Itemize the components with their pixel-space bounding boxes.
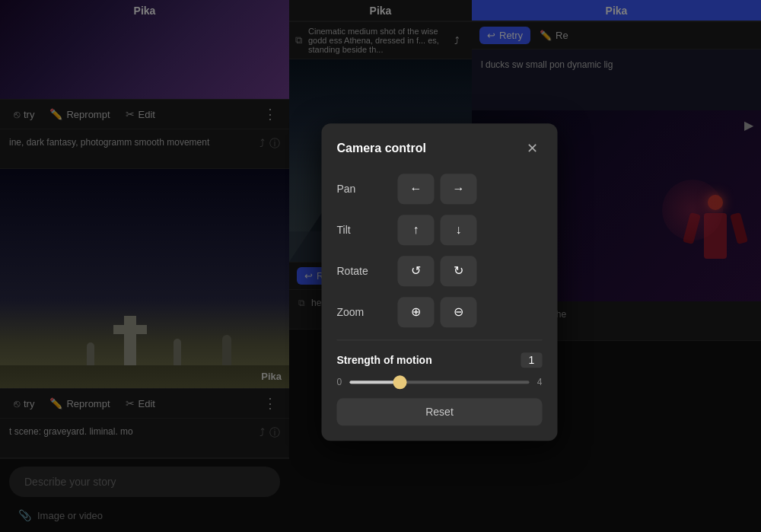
tilt-label: Tilt [337,224,390,236]
tilt-down-button[interactable]: ↓ [441,215,477,245]
zoom-row: Zoom ⊕ ⊖ [337,297,543,327]
zoom-buttons: ⊕ ⊖ [398,297,477,327]
strength-label: Strength of motion [337,354,432,366]
close-panel-button[interactable]: ✕ [522,139,543,158]
slider-min-label: 0 [337,377,342,387]
rotate-buttons: ↺ ↻ [398,256,477,286]
rotate-ccw-button[interactable]: ↺ [398,256,435,286]
rotate-row: Rotate ↺ ↻ [337,256,543,286]
tilt-row: Tilt ↑ ↓ [337,215,543,245]
rotate-cw-button[interactable]: ↻ [441,256,477,286]
main-layout: Pika ⎋ try ✏️ Reprompt ✂ Edit ⋮ ine, dar… [0,0,761,532]
strength-section: Strength of motion 1 0 4 [337,352,543,387]
zoom-label: Zoom [337,306,390,318]
panel-header: Camera control ✕ [337,139,543,158]
strength-header: Strength of motion 1 [337,352,543,368]
pan-left-button[interactable]: ← [398,174,435,204]
panel-divider [337,339,543,340]
pan-label: Pan [337,183,390,195]
tilt-up-button[interactable]: ↑ [398,215,435,245]
slider-max-label: 4 [537,377,543,387]
slider-thumb[interactable] [393,375,406,389]
zoom-out-button[interactable]: ⊖ [441,297,477,327]
zoom-in-button[interactable]: ⊕ [398,297,435,327]
pan-buttons: ← → [398,174,477,204]
panel-title: Camera control [337,142,426,155]
camera-control-panel: Camera control ✕ Pan ← → Tilt ↑ ↓ Rotate… [322,123,558,441]
strength-value: 1 [521,352,543,368]
pan-row: Pan ← → [337,174,543,204]
slider-row: 0 4 [337,377,543,387]
slider-track[interactable] [349,381,530,384]
tilt-buttons: ↑ ↓ [398,215,477,245]
rotate-label: Rotate [337,265,390,277]
pan-right-button[interactable]: → [441,174,477,204]
reset-button[interactable]: Reset [337,398,543,425]
